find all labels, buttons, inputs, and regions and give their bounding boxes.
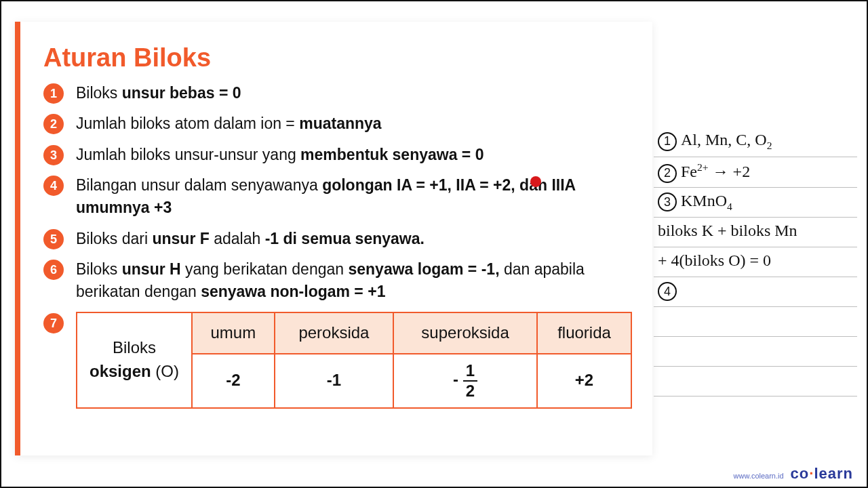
oxygen-table: Biloks oksigen (O) umum peroksida supero… [76,312,632,409]
rule-5-text-d: -1 di semua senyawa. [265,230,425,247]
rule-3-text-a: Jumlah biloks unsur-unsur yang [76,146,300,163]
slide-title: Aturan Biloks [43,43,632,73]
th-umum: umum [192,312,275,354]
badge-2: 2 [43,114,64,134]
note-line-2: 2Fe2+ → +2 [654,157,857,187]
note-line-1: 1Al, Mn, C, O2 [654,127,857,157]
note-line-6: 4 [654,277,857,306]
td-fluorida: +2 [537,354,631,408]
th-fluorida: fluorida [537,312,631,354]
note-line-blank-2 [654,336,857,366]
rules-list: 1 Biloks unsur bebas = 0 2 Jumlah biloks… [43,82,632,409]
note-num-3: 3 [658,192,677,211]
rule-3: 3 Jumlah biloks unsur-unsur yang membent… [43,144,632,166]
rule-6-text-f: senyawa non-logam = +1 [201,283,385,300]
brand-logo: co·learn [791,465,853,483]
handwritten-notes: 1Al, Mn, C, O2 2Fe2+ → +2 3KMnO4 biloks … [654,127,857,426]
rule-6-text-c: yang berikatan dengan [181,260,349,278]
rule-2-text-a: Jumlah biloks atom dalam ion = [76,115,299,132]
rule-2: 2 Jumlah biloks atom dalam ion = muatann… [43,113,632,135]
badge-1: 1 [43,83,64,104]
rule-1-text-a: Biloks [76,84,122,102]
note-line-blank-1 [654,306,857,336]
td-peroksida: -1 [275,354,393,408]
td-superoksida: - 12 [393,354,537,408]
rule-6-text-a: Biloks [76,260,122,278]
badge-3: 3 [43,145,64,165]
rule-2-text-b: muatannya [299,115,381,132]
footer: www.colearn.id co·learn [734,465,853,483]
rule-3-text-b: membentuk senyawa = 0 [300,146,484,163]
rule-6-text-b: unsur H [122,260,181,278]
note-num-4: 4 [658,282,677,301]
rule-5-text-c: adalah [210,230,265,247]
badge-7: 7 [43,313,64,333]
td-umum: -2 [192,354,275,408]
rule-4: 4 Bilangan unsur dalam senyawanya golong… [43,174,632,220]
table-row-label: Biloks oksigen (O) [77,312,192,408]
th-superoksida: superoksida [393,312,537,354]
footer-url: www.colearn.id [734,472,784,480]
note-line-blank-3 [654,366,857,396]
rule-6: 6 Biloks unsur H yang berikatan dengan s… [43,258,632,304]
note-line-3: 3KMnO4 [654,187,857,217]
laser-pointer-icon [530,176,541,187]
note-line-4: biloks K + biloks Mn [654,217,857,247]
note-line-blank-4 [654,396,857,426]
badge-6: 6 [43,260,64,280]
badge-4: 4 [43,176,64,196]
rule-5-text-b: unsur F [152,230,209,247]
th-peroksida: peroksida [275,312,393,354]
rule-1-text-b: unsur bebas = 0 [122,84,241,102]
rule-5: 5 Biloks dari unsur F adalah -1 di semua… [43,228,632,250]
note-num-1: 1 [658,132,677,151]
rule-7: 7 Biloks oksigen (O) umum peroksida supe… [43,312,632,409]
rule-4-text-a: Bilangan unsur dalam senyawanya [76,176,322,194]
rule-5-text-a: Biloks dari [76,230,152,247]
note-line-5: + 4(biloks O) = 0 [654,247,857,277]
slide-card: Aturan Biloks 1 Biloks unsur bebas = 0 2… [15,22,652,455]
rule-6-text-d: senyawa logam = -1, [348,260,499,278]
note-num-2: 2 [658,164,677,183]
badge-5: 5 [43,229,64,249]
rule-1: 1 Biloks unsur bebas = 0 [43,82,632,104]
